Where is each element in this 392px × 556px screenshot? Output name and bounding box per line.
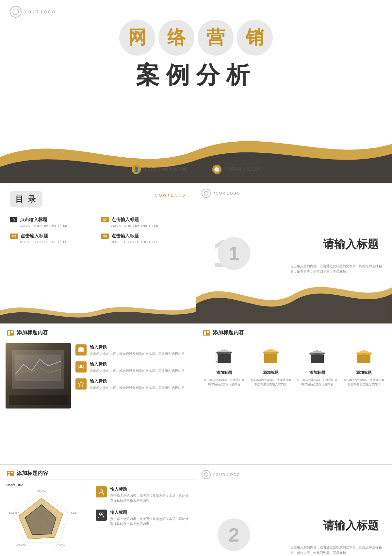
chart-title: Chart Title [6,483,90,487]
card-title-3: 添加标题 [309,370,325,375]
svg-rect-10 [204,331,206,333]
svg-text:1/7/2002: 1/7/2002 [55,543,66,546]
slide4-items: 输入标题 点击输入您的内容，或者通过复制您的文本后，再此框中选择粘贴 [75,343,190,408]
reporter-item: 👤 汇报人：Work办公网 [132,165,186,174]
content3-header-icon [7,471,14,476]
slide-content2: 添加标题内容 添加标题 点击输 [196,324,392,464]
toc-item-subtitle-3: CLICK TO ENTER THE TITLE [101,240,186,244]
title-char-4: 销 [237,20,273,56]
toc-item-subtitle-2: CLICK TO ENTER THE TITLE [10,240,95,244]
svg-point-32 [99,513,101,515]
item-icon-2 [75,361,87,373]
time-icon: 🕐 [212,165,221,174]
slides-row-3: 添加标题内容 [0,324,392,464]
svg-rect-15 [8,474,10,476]
toc-item-title-0: 点击输入标题 [20,217,47,223]
chart-area: Chart Title [6,483,90,556]
section1-wave [196,271,392,323]
card-desc-4: 点击输入您的内容，或者通过复制您粘贴点击输入您内容 [343,378,385,386]
contents-label: CONTENTS [155,193,186,198]
section2-logo-icon [202,470,211,479]
toc-item-1: 02 点击输入标题 CLICK TO ENTER THE TITLE [101,217,186,227]
section-logo-text: YOUR LOGO [213,191,240,195]
section-title-1: 请输入标题 [323,237,379,252]
reporter-icon: 👤 [132,165,141,174]
toc-items: 0 点击输入标题 CLICK TO ENTER THE TITLE 02 点击输… [0,210,196,250]
section-title-2: 请输入标题 [323,518,379,533]
svg-point-33 [101,513,103,515]
slides-row-4: 添加标题内容 Chart Title [0,464,392,556]
slides-row-2: 目 录 CONTENTS 0 点击输入标题 CLICK TO ENTER THE… [0,183,392,324]
svg-rect-12 [204,333,206,335]
toc-item-3: 04 点击输入标题 CLICK TO ENTER THE TITLE [101,233,186,244]
cover-footer: 👤 汇报人：Work办公网 🕐 汇报时间：XX.XX [0,165,392,174]
content-item-3: 输入标题 点击输入您的内容，或者通过复制您的文本后，再此框中选择粘贴 [75,378,190,390]
icon-box-2 [259,344,282,367]
icon-box-4 [352,344,375,367]
content-item-1: 输入标题 点击输入您的内容，或者通过复制您的文本后，再此框中选择粘贴 [75,344,190,356]
svg-text:1/5/2002: 1/5/2002 [36,489,47,492]
section-num-circle: 1 [218,237,250,270]
cover-logo: YOUR LOGO [10,6,56,18]
section2-logo: YOUR LOGO [202,470,240,479]
content2-title: 添加标题内容 [213,329,244,336]
item-icon-3 [75,378,87,390]
icon-box-1 [213,344,236,367]
toc-item-subtitle-0: CLICK TO ENTER THE TITLE [10,224,95,227]
logo-text: YOUR LOGO [24,9,56,14]
logo-icon [10,6,22,18]
slide6-body: Chart Title [0,480,196,556]
slide-toc: 目 录 CONTENTS 0 点击输入标题 CLICK TO ENTER THE… [0,183,196,324]
card-title-1: 添加标题 [216,370,232,375]
toc-title-box: 目 录 [10,191,42,207]
slide-section2: YOUR LOGO 2 请输入标题 点击输入您的内容，或者通过复制您的文本后，到… [196,464,392,556]
slide4-image [6,343,71,408]
time-label: 汇报时间：XX.XX [224,166,260,172]
cover-wave [0,124,392,183]
section-desc-1: 点击输入您的内容，或者通过复制您的文本后，到此组中选择粘贴，请查查看，给单回到同… [290,263,382,274]
svg-rect-11 [207,331,209,333]
toc-num-0: 0 [10,217,17,222]
item-icon-1 [75,344,87,356]
icon-card-4: 添加标题 点击输入您的内容，或者通过复制您粘贴点击输入您内容 [343,344,385,386]
chart-item-icon-2 [96,510,107,521]
toc-num-3: 04 [101,234,109,239]
svg-rect-0 [8,331,10,333]
svg-point-8 [81,365,83,367]
content3-header: 添加标题内容 [0,465,196,480]
slide5-body: 添加标题 点击输入您的内容，或者通过复制您粘贴点击输入您内容 添加标题 点击添加… [196,339,392,391]
toc-header: 目 录 CONTENTS [0,183,196,210]
svg-marker-9 [78,381,84,387]
content-item-2: 输入标题 点击输入您的内容，或者通过复制您的文本后，再此框中选择粘贴 [75,361,190,373]
card-desc-1: 点击输入您的内容，或者通过复制您粘贴点击输入您内容 [203,378,246,386]
toc-item-0: 0 点击输入标题 CLICK TO ENTER THE TITLE [10,217,95,227]
content2-header-icon [203,330,210,336]
svg-rect-14 [11,472,13,473]
chart-item-2: 输入标题 点击输入您的内容，或者通过复制您的文本后，再此处选择粘贴点击输入您的内… [96,510,190,526]
toc-item-title-1: 点击输入标题 [111,217,139,223]
svg-text:1/9/2002: 1/9/2002 [9,512,19,514]
cover-subtitle: 案例分析 [0,60,392,91]
content3-title: 添加标题内容 [17,470,48,477]
slide-chart: 添加标题内容 Chart Title [0,464,196,556]
slide-section1: YOUR LOGO 1 1 请输入标题 点击输入您的内容，或者通过复制您的文本后… [196,183,392,324]
section-logo: YOUR LOGO [202,189,240,198]
svg-rect-2 [8,333,10,335]
toc-title: 目 录 [10,191,42,207]
chart-item-1: 输入标题 点击输入您的内容，或者通过复制您的文本后，再此处选择粘贴点击输入您的内… [96,486,190,503]
toc-item-2: 03 点击输入标题 CLICK TO ENTER THE TITLE [10,233,95,244]
title-char-1: 网 [119,20,155,56]
section2-logo-text: YOUR LOGO [213,473,240,477]
section2-num-circle: 2 [218,518,250,551]
chart-item-text-1: 输入标题 点击输入您的内容，或者通过复制您的文本后，再此处选择粘贴点击输入您的内… [110,486,190,503]
item-text-2: 输入标题 点击输入您的内容，或者通过复制您的文本后，再此框中选择粘贴 [90,361,185,373]
content2-header: 添加标题内容 [196,324,392,339]
slide-cover: YOUR LOGO 网 络 营 销 案例分析 👤 汇报人：Work办公网 🕐 汇… [0,0,392,183]
icon-card-1: 添加标题 点击输入您的内容，或者通过复制您粘贴点击输入您内容 [203,344,246,386]
content1-title: 添加标题内容 [17,329,48,336]
toc-num-2: 03 [10,234,18,239]
toc-wave [0,297,196,323]
toc-item-title-2: 点击输入标题 [21,233,48,239]
section-desc-2: 点击输入您的内容，或者通过复制您的文本后，到此组中选择粘贴，请查查看，给单回到同… [290,545,382,556]
item-text-1: 输入标题 点击输入您的内容，或者通过复制您的文本后，再此框中选择粘贴 [90,344,185,356]
